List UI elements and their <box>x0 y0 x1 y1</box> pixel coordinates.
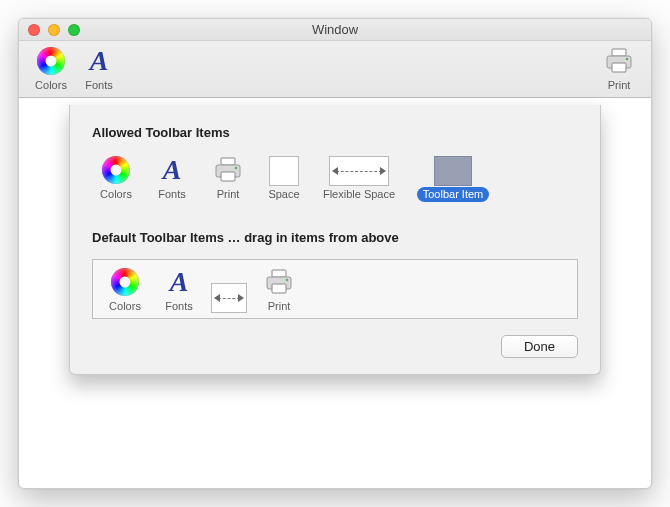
svg-rect-10 <box>272 284 286 293</box>
default-label: Colors <box>109 299 141 314</box>
toolbar: Colors A Fonts Print <box>19 41 651 98</box>
printer-icon <box>212 154 244 186</box>
fonts-icon: A <box>83 45 115 77</box>
printer-icon <box>263 266 295 298</box>
window-title: Window <box>19 22 651 37</box>
allowed-items-row: Colors A Fonts Print Space Flexible Spac… <box>92 154 578 202</box>
palette-item-toolbar-item[interactable]: Toolbar Item <box>410 156 496 202</box>
palette-item-flexible-space[interactable]: Flexible Space <box>316 156 402 202</box>
allowed-items-title: Allowed Toolbar Items <box>92 125 578 140</box>
fonts-icon: A <box>163 266 195 298</box>
toolbar-item-print[interactable]: Print <box>595 45 643 93</box>
palette-item-space[interactable]: Space <box>260 156 308 202</box>
traffic-lights <box>28 24 80 36</box>
default-item-print[interactable]: Print <box>255 266 303 314</box>
palette-item-print[interactable]: Print <box>204 154 252 202</box>
default-items-title: Default Toolbar Items … drag in items fr… <box>92 230 578 245</box>
svg-rect-0 <box>612 49 626 56</box>
palette-label: Colors <box>100 187 132 202</box>
default-item-fonts[interactable]: A Fonts <box>155 266 203 314</box>
palette-label: Space <box>268 187 299 202</box>
custom-toolbar-item-icon <box>434 156 472 186</box>
toolbar-label: Colors <box>35 78 67 93</box>
svg-rect-4 <box>221 158 235 165</box>
colorwheel-icon <box>100 154 132 186</box>
close-icon[interactable] <box>28 24 40 36</box>
palette-label: Flexible Space <box>323 187 395 202</box>
toolbar-label: Print <box>608 78 631 93</box>
svg-rect-6 <box>221 172 235 181</box>
palette-item-colors[interactable]: Colors <box>92 154 140 202</box>
svg-point-3 <box>626 58 629 61</box>
minimize-icon[interactable] <box>48 24 60 36</box>
titlebar: Window <box>19 19 651 41</box>
flex-space-icon <box>329 156 389 186</box>
space-icon <box>269 156 299 186</box>
palette-item-fonts[interactable]: A Fonts <box>148 154 196 202</box>
default-toolbar-box[interactable]: Colors A Fonts Print <box>92 259 578 319</box>
done-button[interactable]: Done <box>501 335 578 358</box>
default-item-flexible-space[interactable] <box>209 283 249 314</box>
window: Window Colors A Fonts Print Allowed Tool… <box>18 18 652 489</box>
svg-point-11 <box>286 279 289 282</box>
customize-toolbar-sheet: Allowed Toolbar Items Colors A Fonts Pri… <box>69 105 601 375</box>
zoom-icon[interactable] <box>68 24 80 36</box>
fonts-icon: A <box>156 154 188 186</box>
svg-rect-8 <box>272 270 286 277</box>
palette-label: Fonts <box>158 187 186 202</box>
button-row: Done <box>92 335 578 358</box>
default-label: Print <box>268 299 291 314</box>
printer-icon <box>603 45 635 77</box>
default-item-colors[interactable]: Colors <box>101 266 149 314</box>
palette-label: Print <box>217 187 240 202</box>
svg-rect-2 <box>612 63 626 72</box>
toolbar-label: Fonts <box>85 78 113 93</box>
toolbar-item-colors[interactable]: Colors <box>27 45 75 93</box>
svg-point-7 <box>235 167 238 170</box>
colorwheel-icon <box>109 266 141 298</box>
toolbar-item-fonts[interactable]: A Fonts <box>75 45 123 93</box>
flex-space-icon <box>211 283 247 313</box>
palette-label: Toolbar Item <box>417 187 490 202</box>
default-label: Fonts <box>165 299 193 314</box>
colorwheel-icon <box>35 45 67 77</box>
